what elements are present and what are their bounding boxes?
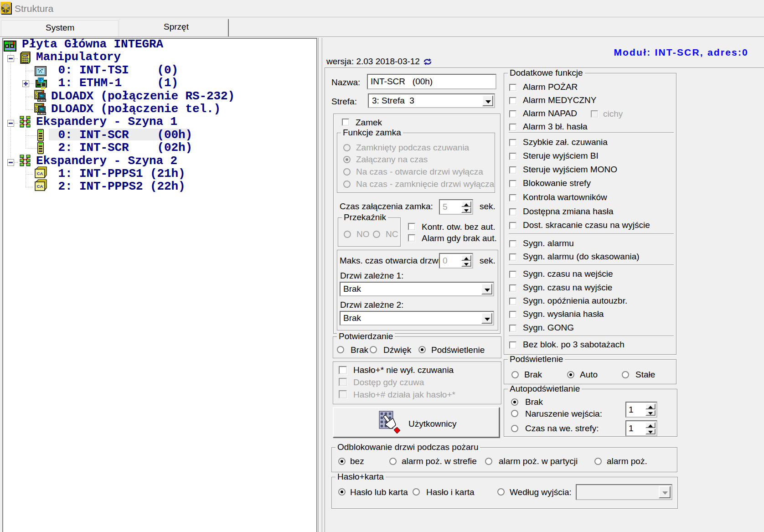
svg-text:IP: IP — [39, 77, 43, 83]
svg-text:CA: CA — [37, 171, 43, 176]
svg-text:CA: CA — [37, 184, 43, 189]
